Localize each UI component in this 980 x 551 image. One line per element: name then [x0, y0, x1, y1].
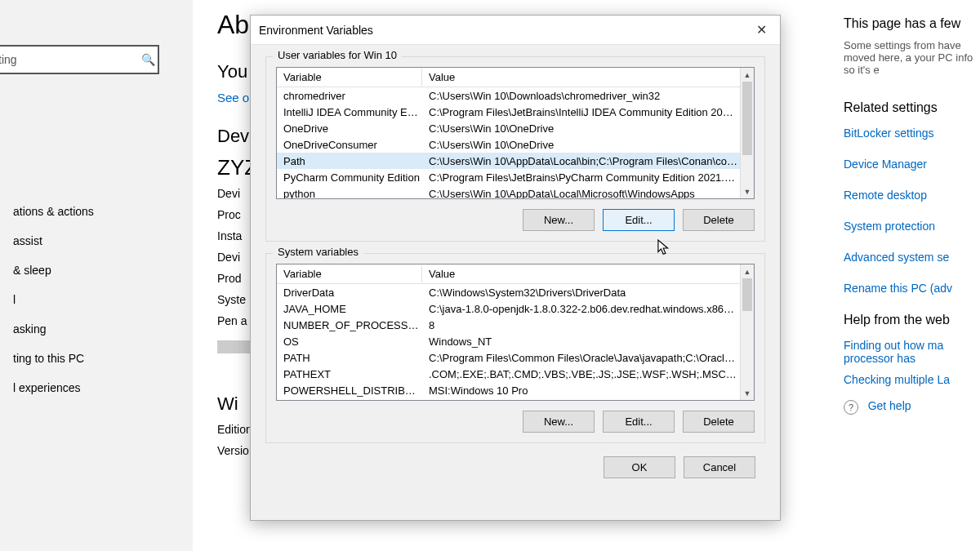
var-name: PyCharm Community Edition [277, 171, 422, 184]
ok-button[interactable]: OK [604, 456, 675, 478]
table-row[interactable]: PATHC:\Program Files\Common Files\Oracle… [277, 349, 754, 366]
var-name: python [277, 188, 422, 199]
copy-button[interactable] [217, 340, 250, 353]
close-button[interactable]: ✕ [742, 16, 780, 45]
var-value: Windows_NT [422, 335, 754, 348]
var-name: chromedriver [277, 90, 422, 102]
scroll-down-icon[interactable]: ▼ [741, 386, 754, 400]
help-link[interactable]: Checking multiple La [844, 373, 980, 386]
var-name: NUMBER_OF_PROCESSORS [277, 319, 422, 331]
var-value: C:\Program Files\JetBrains\IntelliJ IDEA… [422, 106, 754, 118]
col-value[interactable]: Value [422, 69, 754, 86]
var-name: IntelliJ IDEA Community Edit... [277, 106, 422, 118]
sys-edit-button[interactable]: Edit... [603, 411, 675, 433]
var-value: C:\Users\Win 10\OneDrive [422, 139, 754, 151]
info-text: Some settings from have moved here, a yo… [844, 39, 980, 76]
table-row[interactable]: PATHEXT.COM;.EXE;.BAT;.CMD;.VBS;.VBE;.JS… [277, 366, 754, 382]
get-help-link[interactable]: Get help [868, 399, 911, 412]
sidebar-item[interactable]: assist [0, 226, 193, 256]
close-icon: ✕ [756, 22, 767, 38]
scrollbar[interactable]: ▲ ▼ [740, 68, 754, 198]
scroll-up-icon[interactable]: ▲ [741, 264, 754, 278]
related-settings-heading: Related settings [844, 100, 980, 115]
related-link[interactable]: Advanced system se [844, 251, 980, 264]
scroll-thumb[interactable] [742, 278, 752, 311]
table-row[interactable]: POWERSHELL_DISTRIBUTIO...MSI:Windows 10 … [277, 382, 754, 398]
related-link[interactable]: BitLocker settings [844, 127, 980, 140]
table-row[interactable]: IntelliJ IDEA Community Edit...C:\Progra… [277, 104, 754, 120]
var-name: OneDriveConsumer [277, 139, 422, 151]
var-name: OS [277, 335, 422, 348]
sys-vars-table[interactable]: Variable Value DriverDataC:\Windows\Syst… [276, 264, 755, 401]
scrollbar[interactable]: ▲ ▼ [740, 264, 754, 400]
table-row[interactable]: pythonC:\Users\Win 10\AppData\Local\Micr… [277, 185, 754, 198]
sidebar-item[interactable]: ations & actions [0, 197, 193, 226]
table-row[interactable]: PyCharm Community EditionC:\Program File… [277, 169, 754, 185]
table-row[interactable]: JAVA_HOMEC:\java-1.8.0-openjdk-1.8.0.322… [277, 300, 754, 317]
related-link[interactable]: Remote desktop [844, 189, 980, 202]
var-name: PATHEXT [277, 368, 422, 380]
help-heading: Help from the web [844, 313, 980, 327]
sidebar-item[interactable]: asking [0, 314, 193, 344]
search-icon: 🔍 [141, 53, 155, 66]
var-value: .COM;.EXE;.BAT;.CMD;.VBS;.VBE;.JS;.JSE;.… [422, 368, 754, 380]
var-name: JAVA_HOME [277, 303, 422, 315]
var-value: C:\java-1.8.0-openjdk-1.8.0.322-2.b06.de… [422, 303, 754, 315]
var-name: Path [277, 155, 422, 167]
scroll-down-icon[interactable]: ▼ [741, 184, 754, 198]
var-value: C:\Program Files\Common Files\Oracle\Jav… [422, 352, 754, 364]
table-row[interactable]: OneDriveC:\Users\Win 10\OneDrive [277, 120, 754, 136]
user-vars-label: User variables for Win 10 [273, 49, 402, 61]
var-value: C:\Users\Win 10\AppData\Local\Microsoft\… [422, 188, 754, 199]
settings-search[interactable]: 🔍 [0, 45, 159, 74]
scroll-up-icon[interactable]: ▲ [741, 68, 754, 82]
table-row[interactable]: OneDriveConsumerC:\Users\Win 10\OneDrive [277, 136, 754, 153]
info-heading: This page has a few [844, 16, 980, 31]
sys-vars-label: System variables [273, 246, 363, 258]
sidebar-item[interactable]: l experiences [0, 373, 193, 402]
user-vars-table[interactable]: Variable Value chromedriverC:\Users\Win … [276, 67, 755, 199]
table-row[interactable]: NUMBER_OF_PROCESSORS8 [277, 317, 754, 333]
var-name: PATH [277, 352, 422, 364]
help-link[interactable]: Finding out how ma processor has [844, 339, 980, 365]
var-name: DriverData [277, 287, 422, 299]
help-icon: ? [844, 400, 858, 415]
var-value: MSI:Windows 10 Pro [422, 384, 754, 397]
var-value: 8 [422, 319, 754, 331]
var-name: OneDrive [277, 122, 422, 135]
var-value: C:\Program Files\JetBrains\PyCharm Commu… [422, 171, 754, 184]
scroll-thumb[interactable] [742, 82, 752, 155]
col-variable[interactable]: Variable [277, 265, 422, 282]
table-row[interactable]: OSWindows_NT [277, 333, 754, 349]
sidebar-item[interactable]: l [0, 285, 193, 314]
cancel-button[interactable]: Cancel [684, 456, 755, 478]
related-link[interactable]: Device Manager [844, 158, 980, 171]
sys-new-button[interactable]: New... [523, 411, 595, 433]
var-value: C:\Users\Win 10\OneDrive [422, 122, 754, 135]
var-value: C:\Windows\System32\Drivers\DriverData [422, 287, 754, 299]
var-value: C:\Users\Win 10\Downloads\chromedriver_w… [422, 90, 754, 102]
table-row[interactable]: DriverDataC:\Windows\System32\Drivers\Dr… [277, 284, 754, 300]
user-edit-button[interactable]: Edit... [603, 209, 675, 231]
table-row[interactable]: PathC:\Users\Win 10\AppData\Local\bin;C:… [277, 153, 754, 169]
col-value[interactable]: Value [422, 265, 754, 282]
env-vars-dialog: Environment Variables ✕ User variables f… [250, 15, 781, 521]
sidebar-item[interactable]: & sleep [0, 256, 193, 285]
sys-delete-button[interactable]: Delete [683, 411, 755, 433]
related-link[interactable]: System protection [844, 220, 980, 233]
user-new-button[interactable]: New... [523, 209, 595, 231]
table-row[interactable]: chromedriverC:\Users\Win 10\Downloads\ch… [277, 87, 754, 104]
sidebar-item[interactable]: ting to this PC [0, 344, 193, 373]
var-name: POWERSHELL_DISTRIBUTIO... [277, 384, 422, 397]
related-link[interactable]: Rename this PC (adv [844, 282, 980, 295]
var-value: C:\Users\Win 10\AppData\Local\bin;C:\Pro… [422, 155, 754, 167]
user-delete-button[interactable]: Delete [683, 209, 755, 231]
col-variable[interactable]: Variable [277, 69, 422, 86]
search-input[interactable] [0, 53, 141, 66]
dialog-title: Environment Variables [259, 24, 373, 37]
